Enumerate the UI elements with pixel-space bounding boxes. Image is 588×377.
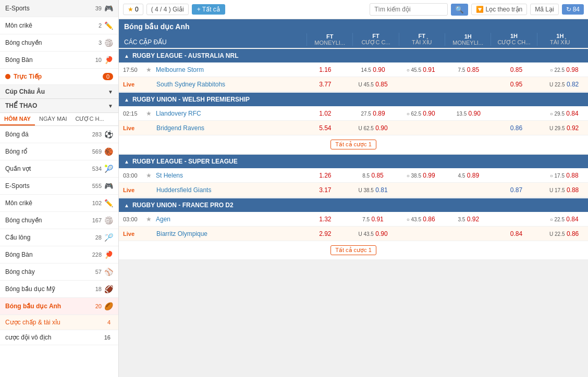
1h-ml-a-3[interactable] bbox=[445, 185, 493, 195]
1h-hc-line-3[interactable]: 4.5 0.89 bbox=[445, 170, 493, 181]
1h-ou-a-cell-2[interactable]: U 29.5 0.92 bbox=[540, 123, 588, 133]
1h-hc-h-2[interactable] bbox=[493, 108, 541, 119]
1h-ou-cell-4[interactable]: ○ 22.5 0.84 bbox=[540, 214, 588, 224]
hc-cell-1[interactable]: 14.5 0.90 bbox=[349, 65, 397, 75]
sidebar-item-bong-chay[interactable]: Bóng chày 57 ⚾ bbox=[0, 263, 118, 281]
ou-o-1: 0.91 bbox=[423, 66, 435, 73]
ou-a-cell-1[interactable] bbox=[397, 79, 445, 90]
team-agen[interactable]: Agen bbox=[156, 216, 170, 223]
hc-a-cell-2[interactable]: U 62.5 0.90 bbox=[349, 123, 397, 133]
ou-cell-4[interactable]: ○ 43.5 0.86 bbox=[397, 214, 445, 224]
1h-ou-cell-3[interactable]: ○ 17.5 0.88 bbox=[540, 170, 588, 181]
section-cup-chau-au[interactable]: Cúp Châu Âu ▼ bbox=[0, 85, 118, 99]
sidebar-item-cau-long[interactable]: Cầu lông 28 🏸 bbox=[0, 229, 118, 246]
1h-hc-h-3[interactable] bbox=[493, 170, 541, 181]
ou-a-cell-2[interactable] bbox=[397, 123, 445, 133]
section-nrl: ▲ RUGBY LEAGUE - AUSTRALIA NRL 17:50 ★ M… bbox=[119, 49, 588, 92]
col-1h-ou-label: 1H bbox=[537, 33, 583, 39]
1h-hc-line-4[interactable]: 3.5 0.92 bbox=[445, 214, 493, 224]
hc-cell-2[interactable]: 27.5 0.89 bbox=[349, 108, 397, 119]
sidebar-item-bong-ban[interactable]: Bóng Bàn 228 🏓 bbox=[0, 246, 118, 263]
1h-ml-a-2[interactable] bbox=[445, 123, 493, 133]
sidebar-sub-cuoc-doi[interactable]: cược đội vô địch 16 bbox=[0, 330, 118, 345]
tat-ca-cuoc-button-2[interactable]: Tất cả cược 1 bbox=[330, 245, 376, 255]
page-header-area: Bóng bầu dục Anh CÁC CẶP ĐẤU FT MONEYLI.… bbox=[119, 19, 588, 48]
search-input[interactable] bbox=[370, 3, 448, 16]
sidebar-item-mon-crike-top[interactable]: Môn crikê 2 ✏️ bbox=[0, 17, 118, 34]
team-bridgend[interactable]: Bridgend Ravens bbox=[156, 124, 204, 132]
1h-hc-h-4[interactable] bbox=[493, 214, 541, 224]
star-button[interactable]: ★ 0 bbox=[123, 4, 143, 15]
1h-ou-a-cell-3[interactable]: U 17.5 0.88 bbox=[540, 185, 588, 195]
ml-h-4[interactable]: 1.32 bbox=[301, 214, 349, 224]
team-huddersfield[interactable]: Huddersfield Giants bbox=[156, 186, 211, 194]
team-llandovery[interactable]: Llandovery RFC bbox=[156, 110, 201, 117]
filter-button[interactable]: 🔽 Lọc theo trận bbox=[471, 4, 527, 15]
1h-ml-a-1[interactable] bbox=[445, 79, 493, 90]
ml-a-1[interactable]: 3.77 bbox=[301, 79, 349, 90]
sidebar-item-esports[interactable]: E-Sports 39 🎮 bbox=[0, 0, 118, 17]
ou-a-cell-4[interactable] bbox=[397, 229, 445, 239]
sidebar-item-esports-main[interactable]: E-Sports 555 🎮 bbox=[0, 178, 118, 195]
ml-a-3[interactable]: 3.17 bbox=[301, 185, 349, 195]
tab-ngay-mai[interactable]: NGÀY MAI bbox=[35, 113, 71, 125]
team-st-helens[interactable]: St Helens bbox=[156, 172, 183, 179]
1h-hc-a-4[interactable]: 0.84 bbox=[493, 229, 541, 239]
team-biarritz[interactable]: Biarritz Olympique bbox=[156, 230, 207, 237]
search-button[interactable]: 🔍 bbox=[451, 4, 468, 16]
sidebar-item-bong-ban-top[interactable]: Bóng Bàn 10 🏓 bbox=[0, 52, 118, 69]
hc-a-cell-1[interactable]: U 45.5 0.85 bbox=[349, 79, 397, 90]
ou-a-cell-3[interactable] bbox=[397, 185, 445, 195]
star-icon-2[interactable]: ★ bbox=[146, 110, 152, 117]
1h-ou-cell-1[interactable]: ○ 22.5 0.98 bbox=[540, 65, 588, 75]
1h-ou-a-cell-4[interactable]: U 22.5 0.86 bbox=[540, 229, 588, 239]
sidebar-item-mon-crike[interactable]: Môn crikê 102 ✏️ bbox=[0, 195, 118, 212]
1h-hc-a-3[interactable]: 0.87 bbox=[493, 185, 541, 195]
live-dot bbox=[5, 74, 10, 79]
team-south-sydney[interactable]: South Sydney Rabbitohs bbox=[156, 81, 225, 88]
1h-ml-a-4[interactable] bbox=[445, 229, 493, 239]
star-icon-1[interactable]: ★ bbox=[146, 66, 152, 73]
hc-cell-3[interactable]: 8.5 0.85 bbox=[349, 170, 397, 181]
ml-h-3[interactable]: 1.26 bbox=[301, 170, 349, 181]
star-icon-4[interactable]: ★ bbox=[146, 216, 152, 223]
hc-a-cell-3[interactable]: U 38.5 0.81 bbox=[349, 185, 397, 195]
section-nrl-header: ▲ RUGBY LEAGUE - AUSTRALIA NRL bbox=[119, 49, 588, 62]
sidebar-item-live[interactable]: Trực Tiếp 0 bbox=[0, 69, 118, 85]
1h-hc-h-1[interactable]: 0.85 bbox=[493, 65, 541, 75]
1h-ou-cell-2[interactable]: ○ 29.5 0.84 bbox=[540, 108, 588, 119]
sidebar-item-quan-vot[interactable]: Quần vợt 534 🎾 bbox=[0, 160, 118, 178]
section-the-thao[interactable]: THỂ THAO ▼ bbox=[0, 99, 118, 113]
refresh-button[interactable]: ↻ 84 bbox=[562, 4, 584, 15]
fraction-button[interactable]: ( 4 / 4 ) Giải bbox=[146, 4, 189, 15]
tab-hom-nay[interactable]: HÔM NAY bbox=[0, 113, 35, 125]
1h-ml-h-1[interactable]: 7.5 0.85 bbox=[445, 65, 493, 75]
1h-hc-a-2[interactable]: 0.86 bbox=[493, 123, 541, 133]
tat-ca-cuoc-button-1[interactable]: Tất cả cược 1 bbox=[330, 140, 376, 149]
ml-a-2[interactable]: 5.54 bbox=[301, 123, 349, 133]
tab-cuoc-h[interactable]: CƯỢC H... bbox=[71, 113, 108, 125]
1h-ou-a-cell-1[interactable]: U 22.5 0.82 bbox=[540, 79, 588, 90]
ma-lai-button[interactable]: Mã Lại bbox=[530, 4, 558, 15]
1h-hc-a-1[interactable]: 0.95 bbox=[493, 79, 541, 90]
sidebar-sub-cuoc-chap[interactable]: Cược chấp & tài xỉu 4 bbox=[0, 315, 118, 330]
sidebar-item-bong-bau-duc-anh[interactable]: Bóng bầu dục Anh 20 🏉 bbox=[0, 298, 118, 315]
ou-cell-1[interactable]: ○ 45.5 0.91 bbox=[397, 65, 445, 75]
tat-ca-button[interactable]: + Tất cả bbox=[192, 4, 225, 15]
ml-h-1[interactable]: 1.16 bbox=[301, 65, 349, 75]
ml-h-2[interactable]: 1.02 bbox=[301, 108, 349, 119]
team-melbourne[interactable]: Melbourne Storm bbox=[156, 66, 204, 73]
sidebar-item-bong-chuyen[interactable]: Bóng chuyền 167 🏐 bbox=[0, 212, 118, 229]
ou-cell-3[interactable]: ○ 38.5 0.99 bbox=[397, 170, 445, 181]
ou-cell-2[interactable]: ○ 62.5 0.90 bbox=[397, 108, 445, 119]
ml-a-4[interactable]: 2.92 bbox=[301, 229, 349, 239]
sidebar-item-bong-ro[interactable]: Bóng rổ 569 🏀 bbox=[0, 143, 118, 160]
hc-a-cell-4[interactable]: U 43.5 0.90 bbox=[349, 229, 397, 239]
sidebar-item-bong-da[interactable]: Bóng đá 283 ⚽ bbox=[0, 126, 118, 143]
sidebar-item-bong-chuyen-top[interactable]: Bóng chuyền 3 🏐 bbox=[0, 34, 118, 52]
search-icon: 🔍 bbox=[455, 6, 464, 14]
star-icon-3[interactable]: ★ bbox=[146, 172, 152, 179]
sidebar-item-bong-bau-duc-my[interactable]: Bóng bầu dục Mỹ 18 🏈 bbox=[0, 281, 118, 298]
hc-cell-4[interactable]: 7.5 0.91 bbox=[349, 214, 397, 224]
1h-hc-line-2[interactable]: 13.5 0.90 bbox=[445, 108, 493, 119]
